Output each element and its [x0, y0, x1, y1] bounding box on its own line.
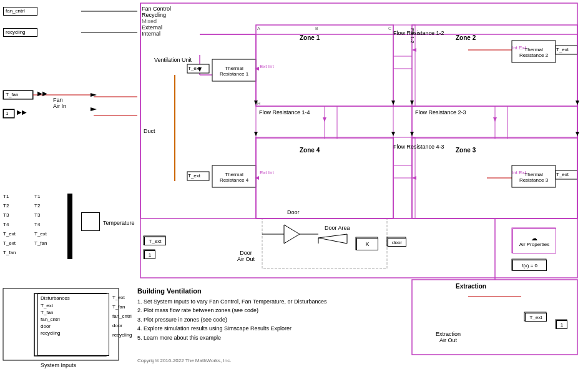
building-vent-steps: 1. Set System Inputs to vary Fan Control… [137, 297, 381, 342]
extraction-air-out-label: ExtractionAir Out [436, 331, 461, 343]
temperature-block [81, 212, 100, 231]
vent-fan-control-label: Fan Control [142, 6, 198, 12]
svg-rect-22 [512, 41, 556, 62]
svg-marker-81 [576, 101, 579, 105]
zone4-label: Zone 4 [300, 147, 320, 154]
temperature-label: Temperature [103, 220, 135, 226]
flow-res-12-label: Flow Resistance 1-2 [393, 30, 444, 36]
svg-text:▶▶: ▶▶ [17, 109, 27, 116]
thermal-res-1-label: ThermalResistance 1 [213, 61, 255, 81]
svg-rect-3 [256, 137, 393, 219]
svg-marker-82 [576, 132, 579, 136]
t-ext-tr4: T_ext [188, 173, 200, 179]
svg-rect-1 [256, 25, 393, 106]
diagram-container: ▶▶ ▶▶ fan_cntrl recycling Fan Control Re… [0, 0, 588, 369]
t-ext-tr1: T_ext [188, 66, 200, 71]
vent-mixed-label: Mixed [142, 18, 198, 24]
svg-marker-83 [255, 67, 259, 71]
svg-rect-41 [67, 194, 72, 259]
zone1-label: Zone 1 [300, 34, 320, 41]
duct-label: Duct [144, 128, 155, 134]
vent-external-label: External [142, 24, 198, 31]
const-1-fan: 1 [3, 109, 14, 118]
t-ext-tr2: T_ext [556, 47, 569, 52]
extraction-label: Extraction [456, 283, 486, 290]
svg-marker-79 [410, 101, 414, 105]
vent-internal-label: Internal [142, 31, 198, 37]
door-input-block: door [388, 238, 406, 247]
svg-marker-94 [318, 234, 347, 244]
svg-marker-88 [493, 117, 497, 122]
t-ext-tr3: T_ext [556, 172, 569, 177]
fan-air-in-label: FanAir In [53, 97, 66, 109]
fan-cntrl-input: fan_cntrl [3, 7, 37, 16]
svg-rect-2 [412, 25, 577, 106]
svg-marker-72 [91, 93, 97, 97]
const-1-door: 1 [144, 250, 155, 259]
system-inputs-section: Disturbances T_ext T_fan fan_cntrl door … [3, 288, 119, 360]
svg-marker-77 [391, 101, 395, 105]
svg-rect-21 [212, 59, 256, 81]
svg-marker-76 [254, 132, 258, 136]
k-gain-block: K [356, 238, 378, 250]
svg-marker-85 [255, 176, 259, 180]
int-ext-tr3: Int Ext [512, 170, 526, 175]
t-ext-extraction: T_ext [525, 313, 547, 322]
recycling-input: recycling [3, 28, 37, 37]
svg-rect-23 [512, 165, 556, 187]
zone2-label: Zone 2 [456, 34, 476, 41]
door-area-label: Door Area [325, 225, 350, 231]
copyright-text: Copyright 2016-2022 The MathWorks, Inc. [137, 358, 231, 363]
svg-marker-89 [284, 225, 300, 244]
svg-rect-24 [212, 165, 256, 187]
svg-marker-73 [91, 107, 97, 111]
system-inputs-label: System Inputs [41, 362, 76, 368]
z1-corner-B: B [315, 26, 318, 31]
svg-marker-87 [323, 117, 326, 122]
svg-marker-80 [410, 132, 414, 136]
ext-int-tr4: Ext Int [260, 170, 274, 175]
building-vent-title: Building Ventilation [137, 287, 381, 295]
flow-res-14-label: Flow Resistance 1-4 [259, 109, 310, 116]
svg-rect-36 [412, 280, 577, 355]
ventilation-unit-label: Ventilation Unit [154, 57, 192, 63]
const-1-extraction: 1 [556, 320, 567, 329]
door-label: Door [287, 209, 300, 215]
svg-marker-78 [391, 132, 395, 136]
f-zero-block: f(x) = 0 [512, 260, 547, 271]
door-air-out-label: DoorAir Out [237, 250, 255, 262]
t-fan-input: T_fan [3, 91, 33, 99]
ext-int-tr1: Ext Int [260, 64, 274, 69]
t-ext-door: T_ext [144, 237, 166, 245]
svg-marker-84 [412, 48, 416, 52]
flow-res-43-label: Flow Resistance 4-3 [393, 144, 444, 150]
building-ventilation-text: Building Ventilation 1. Set System Input… [137, 287, 381, 342]
svg-marker-86 [412, 176, 416, 180]
vent-recycling-label: Recycling [142, 12, 198, 18]
z1-corner-H: H [257, 101, 260, 106]
svg-rect-0 [140, 3, 577, 278]
air-properties-block: ☁ Air Properties [512, 229, 556, 253]
z1-corner-C: C [388, 26, 391, 31]
thermal-res-4-label: ThermalResistance 4 [213, 167, 255, 187]
int-ext-tr2: Int Ext [512, 45, 526, 51]
svg-text:▶▶: ▶▶ [37, 90, 47, 97]
flow-res-23-label: Flow Resistance 2-3 [415, 109, 466, 116]
z1-corner-A: A [257, 26, 260, 31]
zone3-label: Zone 3 [456, 147, 476, 154]
